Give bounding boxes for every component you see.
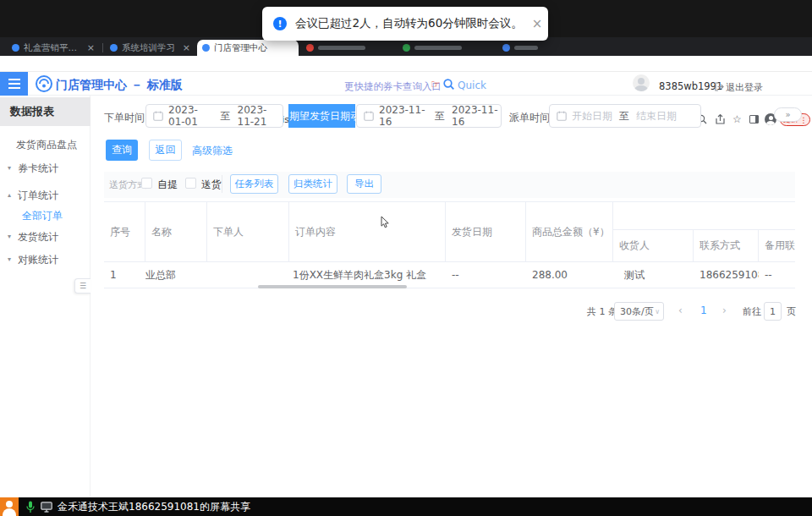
tab-separator <box>102 43 103 52</box>
sidebar-item-reconcile-stats[interactable]: 对账统计 <box>18 253 58 267</box>
logout-icon[interactable] <box>715 82 724 91</box>
range-separator: 至 <box>221 109 231 124</box>
screen-share-icon[interactable] <box>41 502 52 513</box>
meeting-toast: ! 会议已超过2人，自动转为60分钟限时会议。 × <box>262 7 548 41</box>
goto-page-input[interactable] <box>764 302 782 321</box>
expected-ship-date-button[interactable]: 期望发货日期动态 <box>288 104 355 128</box>
cell-ship-date: -- <box>446 262 526 288</box>
horizontal-scrollbar-thumb[interactable] <box>258 285 407 288</box>
sidebar-collapse-handle[interactable]: ☰ <box>74 278 91 294</box>
col-group-receiver: 收货人 联系方式 备用联系方式 <box>613 202 795 261</box>
chevron-down-icon: ∨ <box>655 308 660 316</box>
tab-label <box>318 46 365 50</box>
side-panel-icon[interactable] <box>749 115 759 124</box>
goto-label: 前往 <box>743 305 761 318</box>
obscured-tab[interactable] <box>497 40 551 56</box>
tab-close-icon[interactable]: × <box>87 43 95 52</box>
user-avatar[interactable] <box>633 74 650 91</box>
site-favicon-icon <box>502 44 510 52</box>
share-icon[interactable] <box>716 114 725 124</box>
expected-date-range-input[interactable]: 2023-11-16 至 2023-11-16 <box>356 104 502 128</box>
username-text: 8385wb1991 <box>659 80 722 92</box>
cell-amount: 288.00 <box>526 262 613 288</box>
promo-link[interactable]: 更快捷的券卡查询入口 <box>344 80 442 93</box>
col-header-buyer: 下单人 <box>207 202 289 261</box>
sidebar-item-shipping-stats[interactable]: 发货统计 <box>18 230 58 244</box>
delivery-checkbox-label[interactable]: 送货 <box>201 178 222 192</box>
sidebar-item-all-orders-active[interactable]: 全部订单 <box>22 209 63 223</box>
hamburger-menu-button[interactable] <box>0 72 28 96</box>
table-row[interactable]: 1 业总部 1份XX生鲜羊肉礼盒3kg 礼盒 -- 288.00 测试 1866… <box>104 262 795 288</box>
toast-close-icon[interactable]: × <box>532 18 543 30</box>
tab-label: 系统培训学习 <box>122 42 178 54</box>
start-date-value: 2023-01-01 <box>168 104 214 128</box>
page-size-select[interactable]: 30条/页 ∨ <box>614 302 664 321</box>
microphone-icon[interactable] <box>26 501 35 513</box>
cell-index: 1 <box>104 262 145 288</box>
prev-page-icon[interactable]: ‹ <box>678 305 683 316</box>
order-date-range-input[interactable]: 2023-01-01 至 2023-11-21 <box>145 104 283 128</box>
cell-phone: 18662591081 <box>694 262 759 288</box>
sidebar <box>0 96 91 497</box>
sidebar-item-order-stats[interactable]: 订单统计 <box>18 189 58 203</box>
caret-down-icon[interactable]: ▾ <box>8 255 11 263</box>
col-header-order-content: 订单内容 <box>289 202 446 261</box>
caret-down-icon[interactable]: ▾ <box>8 233 11 240</box>
site-favicon-icon <box>12 44 19 52</box>
order-time-label: 下单时间 <box>104 111 145 125</box>
advanced-filter-link[interactable]: 高级筛选 <box>192 144 233 158</box>
pickup-checkbox-label[interactable]: 自提 <box>157 178 178 192</box>
page-unit-label: 页 <box>787 305 796 318</box>
task-list-button[interactable]: 任务列表 <box>230 174 278 194</box>
end-date-value: 2023-11-16 <box>452 104 501 128</box>
toast-message: 会议已超过2人，自动转为60分钟限时会议。 <box>295 16 523 31</box>
orders-table: 序号 名称 下单人 订单内容 发货日期 商品总金额（¥） 收货人 联系方式 备用… <box>104 201 795 288</box>
toolbar-divider <box>222 175 222 193</box>
caret-up-icon[interactable]: ▴ <box>8 191 11 199</box>
info-icon: ! <box>273 17 287 30</box>
end-date-value: 2023-11-21 <box>238 104 283 128</box>
start-date-value: 2023-11-16 <box>379 104 428 128</box>
obscured-tab[interactable] <box>398 40 491 56</box>
next-page-icon[interactable]: › <box>722 305 727 316</box>
calendar-icon <box>364 111 374 121</box>
sidebar-item-coupon-stats[interactable]: 券卡统计 <box>18 162 58 176</box>
tab-close-icon[interactable]: × <box>183 43 190 52</box>
quick-search-icon[interactable] <box>443 79 454 90</box>
tab-label: 门店管理中心 <box>214 42 294 54</box>
range-separator: 至 <box>435 109 445 124</box>
side-panel-fill <box>755 116 758 123</box>
back-button[interactable]: 返回 <box>149 140 182 161</box>
obscured-tab[interactable] <box>301 40 391 56</box>
group-stats-button[interactable]: 归类统计 <box>288 174 337 194</box>
share-avatar-icon[interactable] <box>0 497 19 516</box>
export-button[interactable]: 导出 <box>347 174 381 194</box>
browser-addressbar: ← → ↻ md.maboy.cn/OrderStatisticsDetail?… <box>0 56 812 72</box>
sidebar-item-shipped-goods[interactable]: 发货商品盘点 <box>16 138 77 152</box>
dispatch-date-range-input[interactable]: 开始日期 至 结束日期 <box>549 104 701 128</box>
col-header-receiver: 收货人 <box>613 230 694 261</box>
browser-tab[interactable]: 礼盒营销平台管理中心 × <box>7 40 100 56</box>
cell-name: 业总部 <box>145 262 207 288</box>
tab-label: 礼盒营销平台管理中心 <box>24 42 83 54</box>
app-logo-icon <box>36 75 52 92</box>
site-favicon-icon <box>110 44 118 52</box>
col-header-ship-date: 发货日期 <box>446 202 526 261</box>
cell-order-content: 1份XX生鲜羊肉礼盒3kg 礼盒 <box>289 262 446 288</box>
logout-button[interactable]: 退出登录 <box>726 81 763 94</box>
search-button[interactable]: 查询 <box>106 140 138 161</box>
filter-collapse-button[interactable]: » <box>774 107 802 122</box>
mouse-cursor <box>381 216 390 228</box>
caret-down-icon[interactable]: ▾ <box>8 164 11 172</box>
col-header-name: 名称 <box>145 202 207 261</box>
quick-link[interactable]: Quick <box>458 80 486 91</box>
current-page-number[interactable]: 1 <box>700 305 707 316</box>
browser-tab[interactable]: 系统培训学习 × <box>105 40 195 56</box>
end-date-placeholder: 结束日期 <box>636 109 677 124</box>
app-title: 门店管理中心 － 标准版 <box>56 78 183 93</box>
tab-label <box>514 46 538 50</box>
browser-tab-active[interactable]: 门店管理中心 <box>197 40 299 56</box>
pickup-checkbox[interactable] <box>141 178 152 189</box>
delivery-checkbox[interactable] <box>185 178 196 189</box>
bookmark-star-icon[interactable]: ☆ <box>732 113 742 127</box>
